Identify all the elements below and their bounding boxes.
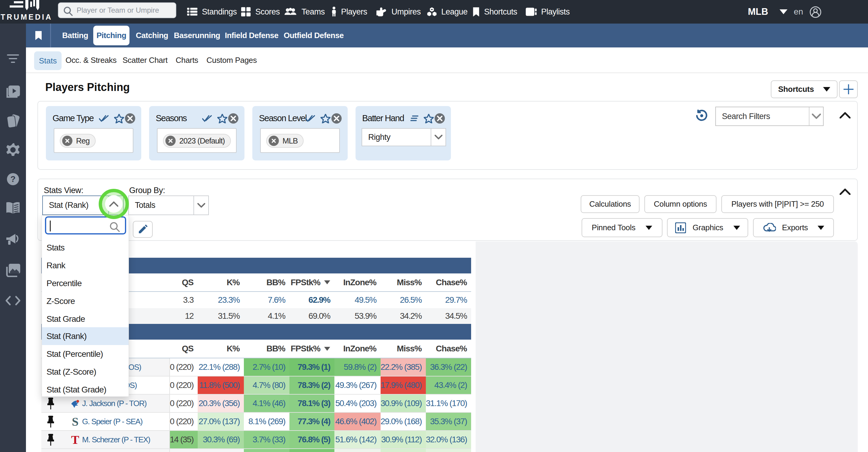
svg-text:?: ? [10, 174, 16, 184]
